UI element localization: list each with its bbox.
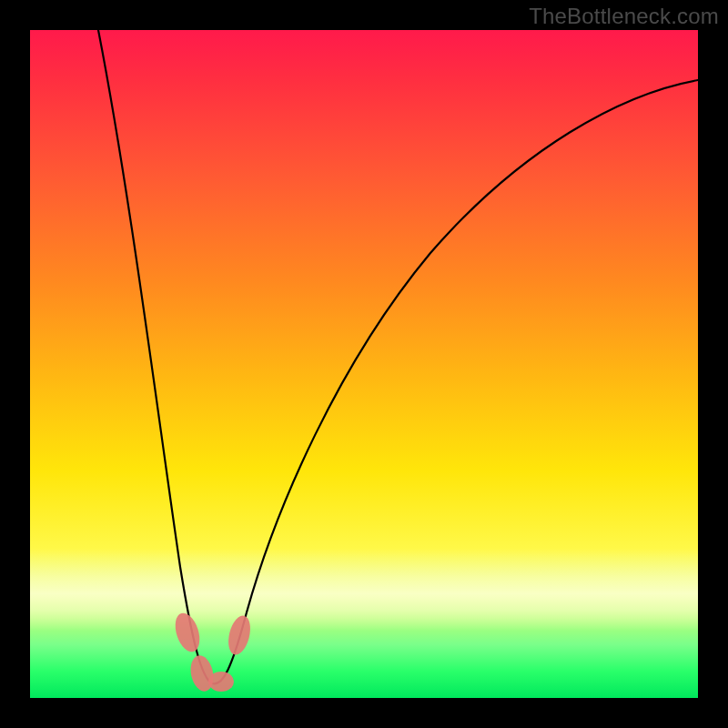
- curve-layer: [30, 30, 698, 698]
- marker-3: [208, 672, 234, 692]
- marker-4: [225, 613, 254, 657]
- bottleneck-curve: [98, 30, 698, 683]
- marker-1: [171, 610, 204, 654]
- chart-container: TheBottleneck.com: [0, 0, 728, 728]
- watermark-text: TheBottleneck.com: [529, 4, 719, 29]
- plot-area: [30, 30, 698, 698]
